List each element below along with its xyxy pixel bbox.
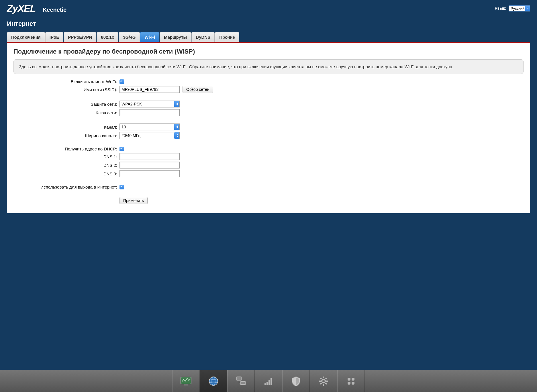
enable-wifi-label: Включить клиент Wi-Fi:	[13, 79, 119, 84]
internet-checkbox[interactable]	[119, 185, 124, 189]
tab-dydns[interactable]: DyDNS	[191, 32, 215, 42]
channel-label: Канал:	[13, 125, 119, 130]
tab-other[interactable]: Прочие	[215, 32, 239, 42]
logo-text: ZyXEL	[7, 3, 36, 14]
dns1-label: DNS 1:	[13, 154, 119, 159]
apply-button[interactable]: Применить	[119, 197, 148, 204]
dns3-input[interactable]	[119, 170, 180, 177]
language-label: Язык:	[495, 6, 506, 11]
nav-monitor-icon[interactable]	[172, 370, 200, 392]
nav-shield-icon[interactable]	[282, 370, 310, 392]
svg-rect-10	[264, 383, 266, 385]
svg-rect-24	[352, 378, 354, 381]
security-select[interactable]: WPA2-PSK	[119, 101, 180, 107]
language-block: Язык: Русский	[495, 5, 530, 11]
tab-wifi[interactable]: Wi-Fi	[140, 32, 159, 42]
bottom-nav	[0, 370, 537, 392]
channel-select[interactable]: 10	[119, 124, 180, 130]
svg-rect-9	[241, 382, 245, 384]
wisp-form: Включить клиент Wi-Fi: Имя сети (SSID): …	[13, 79, 524, 204]
tab-8021x[interactable]: 802.1x	[97, 32, 118, 42]
header: ZyXEL Keenetic Язык: Русский	[0, 0, 537, 14]
svg-rect-13	[271, 378, 272, 385]
dns2-input[interactable]	[119, 162, 180, 168]
key-input[interactable]	[119, 109, 180, 116]
dns2-label: DNS 2:	[13, 163, 119, 168]
dns1-input[interactable]	[119, 153, 180, 160]
svg-point-14	[322, 379, 325, 383]
svg-rect-11	[266, 382, 268, 385]
tab-ipoe[interactable]: IPoE	[45, 32, 63, 42]
dhcp-checkbox[interactable]	[119, 147, 124, 151]
svg-line-20	[326, 383, 327, 384]
language-select[interactable]: Русский	[509, 5, 530, 11]
info-box: Здесь вы может настроить данное устройст…	[13, 59, 524, 74]
tabs: Подключения IPoE PPPoE/VPN 802.1x 3G/4G …	[0, 32, 537, 42]
svg-rect-1	[184, 385, 188, 385]
panel-heading: Подключение к провайдеру по беспроводной…	[13, 48, 524, 55]
ssid-input[interactable]	[119, 86, 180, 93]
dns3-label: DNS 3:	[13, 171, 119, 176]
nav-wifi-icon[interactable]	[255, 370, 282, 392]
enable-wifi-checkbox[interactable]	[119, 79, 124, 84]
tab-routes[interactable]: Маршруты	[160, 32, 191, 42]
svg-rect-12	[268, 380, 270, 385]
nav-gear-icon[interactable]	[310, 370, 337, 392]
svg-rect-8	[237, 377, 241, 380]
ssid-label: Имя сети (SSID):	[13, 87, 119, 92]
width-select[interactable]: 20/40 МГц	[119, 132, 180, 139]
svg-line-22	[320, 383, 322, 384]
svg-line-19	[320, 378, 322, 379]
key-label: Ключ сети:	[13, 110, 119, 115]
svg-rect-26	[352, 382, 354, 385]
model-text: Keenetic	[43, 7, 66, 13]
width-label: Ширина канала:	[13, 133, 119, 138]
section-title: Интернет	[0, 14, 537, 32]
browse-networks-button[interactable]: Обзор сетей	[183, 86, 213, 93]
svg-line-21	[326, 378, 327, 379]
tab-pppoe-vpn[interactable]: PPPoE/VPN	[64, 32, 96, 42]
nav-apps-icon[interactable]	[337, 370, 365, 392]
tab-3g4g[interactable]: 3G/4G	[119, 32, 140, 42]
security-label: Защита сети:	[13, 102, 119, 107]
svg-rect-23	[348, 378, 350, 381]
nav-network-icon[interactable]	[227, 370, 255, 392]
main-panel: Подключение к провайдеру по беспроводной…	[7, 43, 530, 213]
brand-block: ZyXEL Keenetic	[7, 3, 66, 14]
internet-label: Использовать для выхода в Интернет:	[13, 185, 119, 189]
dhcp-label: Получить адрес по DHCP:	[13, 146, 119, 151]
nav-globe-icon[interactable]	[200, 370, 227, 392]
tab-connections[interactable]: Подключения	[7, 32, 45, 42]
svg-rect-25	[348, 382, 350, 385]
